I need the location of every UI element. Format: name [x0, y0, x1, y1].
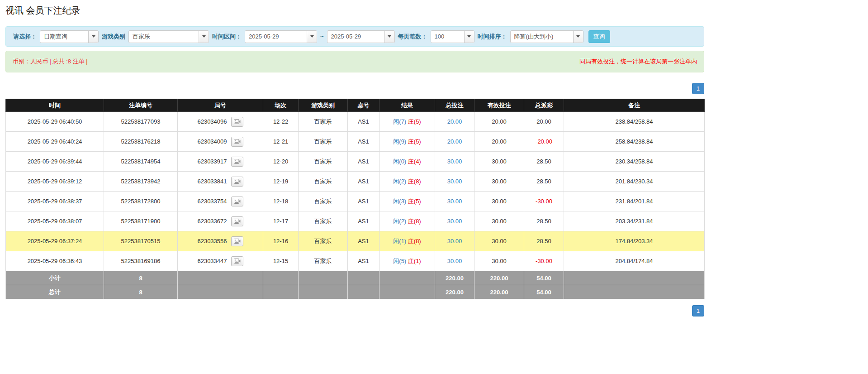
cell-total-bet: 30.00 [435, 152, 474, 172]
date-from-value: 2025-05-29 [245, 33, 283, 40]
result-banker: 庄(5) [408, 118, 421, 125]
cell-game-type: 百家乐 [299, 231, 348, 251]
cell-total-bet: 30.00 [435, 251, 474, 271]
round-id-value: 623034096 [197, 118, 227, 125]
page-button-1[interactable]: 1 [692, 83, 704, 94]
cell-payout: 20.00 [524, 112, 564, 132]
page-size-select[interactable]: 100 [431, 30, 474, 43]
video-snapshot-icon [234, 139, 241, 144]
sort-select[interactable]: 降冪(由大到小) [510, 30, 583, 43]
cell-remark: 258.84/238.84 [564, 132, 705, 152]
cell-table-no: AS1 [348, 112, 379, 132]
cell-valid-bet: 30.00 [474, 152, 524, 172]
cell-payout: 28.50 [524, 152, 564, 172]
cell-payout: -30.00 [524, 251, 564, 271]
round-media-button[interactable] [231, 137, 243, 147]
date-range-separator: ~ [320, 33, 324, 40]
cell-result: 闲(3) 庄(5) [379, 192, 435, 211]
video-snapshot-icon [234, 178, 241, 184]
video-snapshot-icon [234, 258, 241, 264]
cell-time: 2025-05-29 06:38:07 [6, 211, 104, 231]
cell-valid-bet: 30.00 [474, 192, 524, 211]
cell-table-no: AS1 [348, 152, 379, 172]
round-media-button[interactable] [231, 216, 243, 226]
date-to-value: 2025-05-29 [327, 33, 365, 40]
game-type-value: 百家乐 [129, 33, 154, 41]
cell-result: 闲(2) 庄(8) [379, 172, 435, 192]
total-bet-link[interactable]: 30.00 [447, 178, 462, 185]
total-bet-link[interactable]: 20.00 [447, 138, 462, 145]
cell-valid-bet: 30.00 [474, 211, 524, 231]
cell-game-type: 百家乐 [299, 211, 348, 231]
subtotal-payout: 54.00 [524, 271, 564, 285]
round-media-button[interactable] [231, 177, 243, 187]
round-id-value: 623033447 [197, 258, 227, 264]
cell-time: 2025-05-29 06:40:50 [6, 112, 104, 132]
cell-remark: 174.84/203.34 [564, 231, 705, 251]
pagination-bottom: 1 [5, 305, 704, 316]
round-media-button[interactable] [231, 236, 243, 246]
page-button-1[interactable]: 1 [692, 305, 704, 316]
summary-right-text: 同局有效投注，统一计算在该局第一张注单内 [579, 58, 697, 66]
search-button[interactable]: 查询 [588, 30, 610, 43]
result-banker: 庄(8) [408, 178, 421, 185]
cell-total-bet: 30.00 [435, 172, 474, 192]
col-valid-bet: 有效投注 [474, 99, 524, 112]
cell-table-no: AS1 [348, 172, 379, 192]
total-bet-link[interactable]: 30.00 [447, 238, 462, 245]
video-snapshot-icon [234, 218, 241, 224]
round-id-value: 623034009 [197, 138, 227, 145]
round-media-button[interactable] [231, 157, 243, 167]
query-type-select[interactable]: 日期查询 [40, 30, 99, 43]
bet-records-table: 时间 注单编号 局号 场次 游戏类别 桌号 结果 总投注 有效投注 总派彩 备注… [5, 99, 705, 299]
cell-payout: 28.50 [524, 172, 564, 192]
cell-table-no: AS1 [348, 231, 379, 251]
cell-round-id: 623034096 [178, 112, 263, 132]
result-player: 闲(7) [393, 118, 406, 125]
cell-result: 闲(0) 庄(4) [379, 152, 435, 172]
game-type-label: 游戏类别 [102, 33, 125, 41]
cell-result: 闲(2) 庄(8) [379, 211, 435, 231]
cell-valid-bet: 20.00 [474, 112, 524, 132]
cell-bet-id: 522538169186 [104, 251, 178, 271]
total-label: 总计 [6, 285, 104, 299]
cell-table-no: AS1 [348, 132, 379, 152]
cell-table-no: AS1 [348, 192, 379, 211]
col-time: 时间 [6, 99, 104, 112]
video-snapshot-icon [234, 119, 241, 125]
table-row: 2025-05-29 06:40:24 522538176218 6230340… [6, 132, 705, 152]
cell-round-id: 623033447 [178, 251, 263, 271]
cell-remark: 204.84/174.84 [564, 251, 705, 271]
round-media-button[interactable] [231, 117, 243, 127]
query-type-label: 请选择： [13, 33, 37, 41]
table-row: 2025-05-29 06:37:24 522538170515 6230335… [6, 231, 705, 251]
result-player: 闲(3) [393, 198, 406, 205]
total-bet-link[interactable]: 30.00 [447, 258, 462, 264]
cell-remark: 230.34/258.84 [564, 152, 705, 172]
game-type-select[interactable]: 百家乐 [128, 30, 209, 43]
round-media-button[interactable] [231, 197, 243, 206]
date-from-select[interactable]: 2025-05-29 [245, 30, 317, 43]
cell-result: 闲(7) 庄(5) [379, 112, 435, 132]
video-snapshot-icon [234, 158, 241, 164]
total-bet-link[interactable]: 30.00 [447, 158, 462, 165]
cell-game-type: 百家乐 [299, 251, 348, 271]
total-bet-link[interactable]: 30.00 [447, 198, 462, 205]
result-banker: 庄(8) [408, 238, 421, 245]
total-bet-link[interactable]: 20.00 [447, 118, 462, 125]
cell-result: 闲(1) 庄(8) [379, 231, 435, 251]
cell-bet-id: 522538172800 [104, 192, 178, 211]
page-header: 视讯 会员下注纪录 [0, 0, 868, 21]
cell-bet-id: 522538170515 [104, 231, 178, 251]
cell-session: 12-17 [263, 211, 299, 231]
round-media-button[interactable] [231, 256, 243, 266]
cell-payout: 28.50 [524, 211, 564, 231]
cell-total-bet: 20.00 [435, 132, 474, 152]
round-id-value: 623033556 [197, 238, 227, 245]
date-to-select[interactable]: 2025-05-29 [327, 30, 395, 43]
total-bet-link[interactable]: 30.00 [447, 218, 462, 225]
cell-round-id: 623033841 [178, 172, 263, 192]
subtotal-label: 小计 [6, 271, 104, 285]
round-id-value: 623033754 [197, 198, 227, 205]
content-container: 请选择： 日期查询 游戏类别 百家乐 时间区间： 2025-05-29 ~ 20… [5, 26, 704, 316]
